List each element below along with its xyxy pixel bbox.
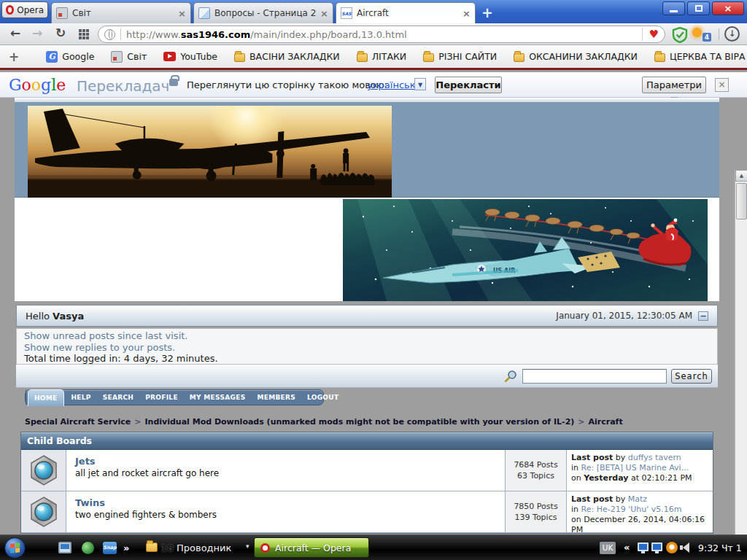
translate-close-button[interactable]: ×: [715, 78, 729, 92]
explorer-toolbar-label[interactable]: Проводник: [177, 542, 231, 553]
quicklaunch-overflow-chevrons[interactable]: »: [123, 542, 128, 553]
tray-app-icon[interactable]: [666, 542, 678, 553]
menu-left-cap: [26, 389, 26, 405]
network-icon[interactable]: [651, 542, 662, 551]
divider: [719, 28, 719, 40]
security-shield-icon[interactable]: [672, 27, 688, 43]
bookmark-youtube[interactable]: YouTube: [158, 51, 222, 62]
menu-my-messages[interactable]: MY MESSAGES: [184, 389, 252, 405]
address-bar: ← → ↻ http://www.sas1946.com/main/index.…: [0, 23, 747, 45]
bookmark-folder-litaky[interactable]: ЛІТАКИ: [352, 51, 412, 62]
add-bookmark-button[interactable]: +: [6, 50, 22, 64]
lastpost-date: at 02:10:21 PM: [631, 473, 692, 483]
bookmark-folder-tserkva[interactable]: ЦЕРКВА ТА ВІРА: [649, 51, 747, 62]
opera-menu-button[interactable]: Opera: [1, 1, 48, 18]
folder-icon: [234, 53, 245, 62]
url-field[interactable]: http://www.sas1946.com/main/index.php/bo…: [98, 26, 665, 43]
language-link[interactable]: українська: [367, 79, 422, 90]
username: Vasya: [53, 311, 84, 322]
windows-logo-icon: [10, 542, 20, 553]
collapse-icon[interactable]: −: [698, 311, 708, 321]
menu-profile[interactable]: PROFILE: [139, 389, 184, 405]
lastpost-author-link[interactable]: Matz: [628, 494, 647, 504]
tray-overflow-chevrons[interactable]: «: [624, 542, 630, 553]
minimize-button[interactable]: [662, 1, 685, 15]
folder-icon: [514, 53, 525, 62]
vertical-scrollbar[interactable]: ▲ ▼: [735, 170, 747, 560]
forward-button[interactable]: →: [32, 26, 42, 40]
tab-close-icon[interactable]: ×: [462, 8, 471, 19]
bookmark-heart-icon[interactable]: ♥: [642, 28, 659, 41]
current-datetime: January 01, 2015, 12:30:05 AM −: [556, 311, 708, 321]
maximize-button[interactable]: [687, 1, 710, 15]
banner-bomber-photo[interactable]: [28, 106, 392, 198]
speed-dial-icon[interactable]: [79, 29, 90, 40]
folder-icon: [357, 53, 368, 62]
taskbar-button-opera-active[interactable]: Aircraft — Opera: [254, 537, 369, 558]
magnifier-icon: [503, 369, 518, 384]
taskbar-clock[interactable]: 9:32 Чт 1: [698, 542, 742, 553]
folder-icon: [654, 53, 665, 62]
network-icon[interactable]: [638, 542, 649, 551]
board-on-icon: [28, 455, 59, 486]
globe-app-icon[interactable]: [82, 542, 94, 554]
new-tab-button[interactable]: +: [481, 4, 493, 20]
menu-members[interactable]: MEMBERS: [251, 389, 301, 405]
window-controls: ×: [662, 1, 744, 15]
menu-search[interactable]: SEARCH: [97, 389, 139, 405]
tab-voprosy[interactable]: Вопросы - Страница 257 - А ×: [193, 2, 333, 23]
extension-badge: 4: [703, 33, 711, 42]
tab-aircraft-active[interactable]: SAS Aircraft ×: [336, 2, 476, 23]
weather-extension-icon[interactable]: 4: [692, 27, 711, 42]
menu-help[interactable]: HELP: [66, 389, 97, 405]
close-button[interactable]: ×: [712, 1, 744, 15]
show-unread-link[interactable]: Show unread posts since last visit.: [24, 330, 710, 342]
translate-button[interactable]: Перекласти: [435, 77, 502, 93]
lastpost-topic-link[interactable]: Re: He-219 'Uhu' v5.16m: [581, 505, 682, 514]
tab-close-icon[interactable]: ×: [178, 8, 186, 19]
minimize-icon: [670, 10, 678, 12]
url-text: http://www.sas1946.com/main/index.php/bo…: [126, 29, 638, 40]
topics-count: 139 Topics: [515, 512, 557, 523]
reload-button[interactable]: ↻: [55, 26, 66, 40]
search-button[interactable]: Search: [671, 369, 712, 384]
user-greeting-bar: Hello Vasya January 01, 2015, 12:30:05 A…: [16, 305, 718, 327]
tab-close-icon[interactable]: ×: [320, 8, 328, 19]
language-dropdown-button[interactable]: ▼: [414, 78, 426, 90]
scrollbar-thumb[interactable]: [736, 183, 747, 219]
bookmark-svit[interactable]: Світ: [106, 51, 152, 63]
tab-title: Вопросы - Страница 257 - А: [214, 8, 316, 18]
maximize-icon: [695, 5, 703, 12]
breadcrumb-section-link[interactable]: Individual Mod Downloads (unmarked mods …: [144, 417, 574, 427]
board-lastpost-cell: Last post by Matz in Re: He-219 'Uhu' v5…: [567, 491, 713, 532]
explorer-folder-icon[interactable]: [146, 542, 158, 552]
lastpost-topic-link[interactable]: Re: [BETA] US Marine Avi...: [581, 463, 689, 472]
snap-app-icon[interactable]: Snap: [103, 542, 117, 554]
banner-santa-artwork[interactable]: US AIR: [343, 199, 708, 301]
start-button[interactable]: [4, 537, 26, 559]
close-icon: ×: [724, 3, 732, 14]
bookmark-folder-vasini[interactable]: ВАСІНИ ЗАКЛАДКИ: [229, 51, 345, 62]
breadcrumb-root-link[interactable]: Special Aircraft Service: [25, 417, 131, 427]
back-button[interactable]: ←: [10, 26, 20, 40]
menu-logout[interactable]: LOGOUT: [301, 389, 344, 405]
download-button[interactable]: ↓: [724, 26, 740, 42]
board-row-jets: Jets all jet and rocket aircraft go here…: [21, 450, 713, 491]
tab-svit[interactable]: Світ ×: [51, 2, 191, 23]
search-input[interactable]: [522, 369, 667, 384]
show-replies-link[interactable]: Show new replies to your posts.: [24, 342, 710, 354]
show-desktop-icon[interactable]: [58, 542, 71, 553]
board-link-jets[interactable]: Jets: [75, 456, 96, 467]
opera-logo-icon: [6, 5, 14, 15]
lastpost-author-link[interactable]: duffys tavern: [628, 453, 681, 462]
bookmark-folder-oksanyny[interactable]: ОКСАНИНИ ЗАКЛАДКИ: [508, 51, 643, 62]
translate-options-button[interactable]: Параметри ▼: [642, 77, 706, 93]
scroll-up-button[interactable]: ▲: [735, 170, 747, 182]
explorer-dropdown-caret[interactable]: ▾: [246, 542, 249, 550]
board-link-twins[interactable]: Twins: [75, 497, 105, 508]
language-indicator[interactable]: UK: [600, 542, 616, 554]
bookmark-folder-rizni[interactable]: РІЗНІ САЙТИ: [418, 51, 502, 62]
volume-icon[interactable]: [683, 542, 689, 553]
menu-home[interactable]: HOME: [28, 389, 64, 406]
bookmark-google[interactable]: G Google: [41, 51, 99, 63]
